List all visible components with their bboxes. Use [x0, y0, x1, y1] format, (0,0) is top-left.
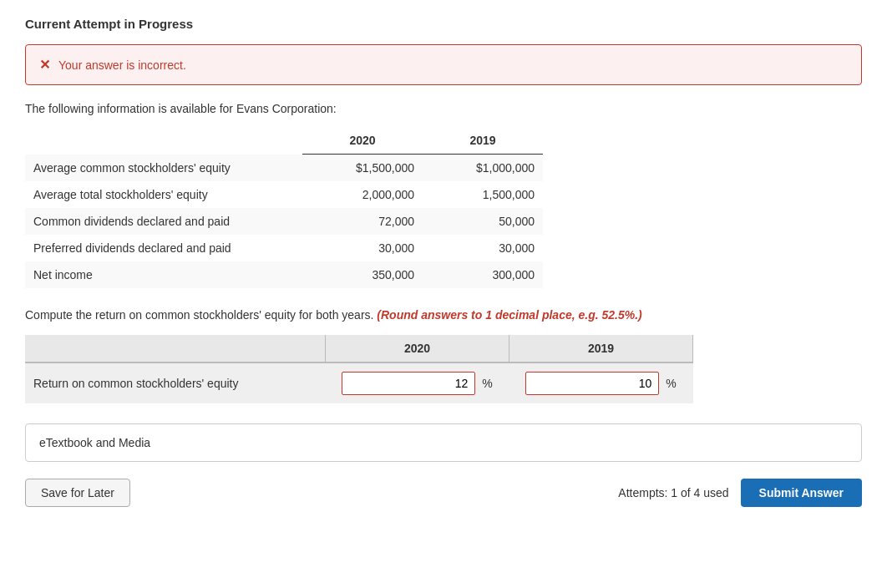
row-val-2019: 50,000	[423, 208, 543, 235]
row-val-2020: 30,000	[302, 235, 423, 261]
input-2019[interactable]	[525, 372, 659, 395]
table-row: Average common stockholders' equity $1,5…	[25, 155, 543, 182]
attempts-text: Attempts: 1 of 4 used	[618, 486, 728, 499]
row-val-2020: $1,500,000	[302, 155, 423, 182]
answer-table: 2020 2019 Return on common stockholders'…	[25, 335, 693, 403]
row-label: Preferred dividends declared and paid	[25, 235, 302, 261]
row-label: Average total stockholders' equity	[25, 181, 302, 208]
answer-cell-2019: %	[509, 362, 693, 403]
error-box: ✕ Your answer is incorrect.	[25, 44, 862, 85]
etextbook-box[interactable]: eTextbook and Media	[25, 423, 862, 462]
row-val-2019: 30,000	[423, 235, 543, 261]
compute-hint: (Round answers to 1 decimal place, e.g. …	[377, 308, 641, 322]
answer-cell-2020: %	[326, 362, 509, 403]
error-icon: ✕	[39, 57, 50, 73]
submit-answer-button[interactable]: Submit Answer	[741, 479, 862, 507]
data-table-header-label	[25, 129, 302, 155]
intro-text: The following information is available f…	[25, 102, 862, 115]
answer-table-header-2019: 2019	[509, 335, 693, 362]
error-message: Your answer is incorrect.	[58, 58, 186, 72]
row-label: Net income	[25, 261, 302, 288]
row-label: Common dividends declared and paid	[25, 208, 302, 235]
row-val-2020: 72,000	[302, 208, 423, 235]
answer-table-row: Return on common stockholders' equity % …	[25, 362, 693, 403]
compute-text: Compute the return on common stockholder…	[25, 308, 862, 322]
row-val-2019: $1,000,000	[423, 155, 543, 182]
table-row: Average total stockholders' equity 2,000…	[25, 181, 543, 208]
row-val-2019: 300,000	[423, 261, 543, 288]
row-val-2019: 1,500,000	[423, 181, 543, 208]
table-row: Net income 350,000 300,000	[25, 261, 543, 288]
save-for-later-button[interactable]: Save for Later	[25, 479, 130, 507]
table-row: Preferred dividends declared and paid 30…	[25, 235, 543, 261]
answer-table-header-2020: 2020	[326, 335, 509, 362]
row-val-2020: 350,000	[302, 261, 423, 288]
data-table-header-2019: 2019	[423, 129, 543, 155]
row-val-2020: 2,000,000	[302, 181, 423, 208]
footer-right: Attempts: 1 of 4 used Submit Answer	[618, 479, 862, 507]
compute-instruction: Compute the return on common stockholder…	[25, 308, 373, 322]
pct-label-2020: %	[482, 377, 492, 390]
answer-row-label: Return on common stockholders' equity	[25, 362, 326, 403]
input-2020[interactable]	[342, 372, 475, 395]
section-title: Current Attempt in Progress	[25, 17, 862, 31]
data-table-header-2020: 2020	[302, 129, 423, 155]
table-row: Common dividends declared and paid 72,00…	[25, 208, 543, 235]
pct-label-2019: %	[666, 377, 676, 390]
row-label: Average common stockholders' equity	[25, 155, 302, 182]
data-table: 2020 2019 Average common stockholders' e…	[25, 129, 543, 288]
footer-row: Save for Later Attempts: 1 of 4 used Sub…	[25, 479, 862, 507]
answer-table-header-label	[25, 335, 326, 362]
